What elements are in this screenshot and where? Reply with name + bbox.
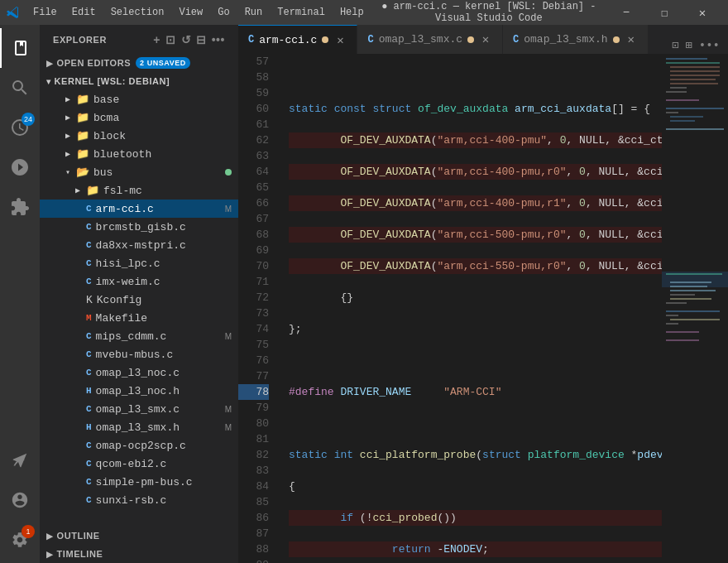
settings-activity-button[interactable]: 1 [0, 520, 40, 560]
window-title: ● arm-cci.c — kernel [WSL: Debian] - Vis… [371, 1, 607, 24]
remote-icon [11, 451, 29, 469]
tab-omap-smx-h[interactable]: C omap_l3_smx.h ✕ [503, 25, 649, 54]
activity-bar: 24 1 [0, 25, 40, 563]
omap-smx-h-badge: M [225, 423, 238, 432]
code-line-60: OF_DEV_AUXDATA("arm,cci-400-pmu,r0", 0, … [289, 164, 662, 180]
tree-item-bcma[interactable]: ▶ 📁 bcma [40, 108, 238, 127]
folder-icon-bus: 📂 [76, 166, 89, 179]
menu-selection[interactable]: Selection [104, 5, 171, 20]
tab-h-icon-omap-smx-h: C [513, 34, 519, 46]
omap-smx-c-badge: M [225, 405, 238, 414]
tree-item-omap-noc-h[interactable]: H omap_l3_noc.h [40, 382, 238, 400]
tab-omap-smx-c[interactable]: C omap_l3_smx.c ✕ [357, 25, 503, 54]
menu-help[interactable]: Help [333, 5, 371, 20]
search-activity-button[interactable] [0, 68, 40, 108]
tree-label-hisi: hisi_lpc.c [96, 257, 160, 270]
tab-close-omap-smx-h[interactable]: ✕ [625, 33, 638, 46]
svg-rect-12 [666, 112, 678, 113]
tree-item-da8xx[interactable]: C da8xx-mstpri.c [40, 236, 238, 254]
explorer-activity-button[interactable] [0, 28, 40, 68]
menu-terminal[interactable]: Terminal [271, 5, 332, 20]
tree-label-imx: imx-weim.c [96, 276, 160, 288]
tree-item-kconfig[interactable]: K Kconfig [40, 291, 238, 309]
tree-item-omap-smx-h[interactable]: H omap_l3_smx.h M [40, 418, 238, 436]
code-content[interactable]: static const struct of_dev_auxdata arm_c… [275, 54, 662, 563]
menu-view[interactable]: View [172, 5, 209, 20]
refresh-icon[interactable]: ↺ [181, 33, 192, 46]
tab-close-arm-cci[interactable]: ✕ [333, 33, 347, 46]
tab-label-omap-smx-h: omap_l3_smx.h [524, 33, 607, 46]
bcma-arrow: ▶ [63, 113, 73, 123]
menu-go[interactable]: Go [211, 5, 236, 20]
account-icon [11, 491, 29, 509]
tree-item-imx[interactable]: C imx-weim.c [40, 272, 238, 291]
sidebar-header-icons: + ⊡ ↺ ⊟ ••• [153, 33, 225, 46]
timeline-section[interactable]: ▶ TIMELINE [40, 545, 238, 563]
tree-item-block[interactable]: ▶ 📁 block [40, 127, 238, 145]
tree-item-fsl-mc[interactable]: ▶ 📁 fsl-mc [40, 181, 238, 200]
tree-item-brcmstb[interactable]: C brcmstb_gisb.c [40, 218, 238, 236]
menu-edit[interactable]: Edit [65, 5, 103, 20]
tree-item-qcom-ebi2[interactable]: C qcom-ebi2.c [40, 455, 238, 473]
minimize-button[interactable]: − [607, 0, 645, 25]
fsl-mc-arrow: ▶ [73, 185, 83, 195]
code-line-67: #define DRIVER_NAME "ARM-CCI" [289, 384, 662, 400]
maximize-button[interactable]: ☐ [645, 0, 683, 25]
tab-arm-cci[interactable]: C arm-cci.c ✕ [238, 25, 357, 54]
tree-label-omap-ocp2scp: omap-ocp2scp.c [96, 440, 186, 452]
new-folder-icon[interactable]: ⊡ [165, 33, 176, 46]
svg-rect-4 [670, 70, 720, 72]
account-activity-button[interactable] [0, 480, 40, 520]
close-button[interactable]: ✕ [683, 0, 721, 25]
code-line-58: static const struct of_dev_auxdata arm_c… [289, 101, 662, 117]
split-editor-icon[interactable]: ⊡ [670, 36, 680, 54]
source-control-activity-button[interactable]: 24 [0, 108, 40, 147]
remote-activity-button[interactable] [0, 440, 40, 480]
bus-arrow: ▾ [63, 167, 73, 177]
code-scroll: 57 58 59 60 61 62 63 64 65 66 67 68 69 7… [238, 54, 662, 563]
tree-item-bluetooth[interactable]: ▶ 📁 bluetooth [40, 145, 238, 163]
svg-rect-11 [666, 108, 724, 109]
tree-item-sunxi-rsb[interactable]: C sunxi-rsb.c [40, 491, 238, 509]
kconfig-icon: K [86, 294, 93, 306]
extensions-activity-button[interactable] [0, 187, 40, 227]
tree-item-mvebu[interactable]: C mvebu-mbus.c [40, 345, 238, 363]
svg-rect-14 [670, 120, 695, 122]
tree-item-makefile[interactable]: M Makefile [40, 309, 238, 327]
menu-file[interactable]: File [26, 5, 64, 20]
tree-item-simple-pm-bus[interactable]: C simple-pm-bus.c [40, 473, 238, 491]
kernel-section[interactable]: ▾ KERNEL [WSL: DEBIAN] [40, 72, 238, 90]
folder-icon-block: 📁 [76, 129, 89, 142]
c-file-icon-imx: C [86, 277, 92, 286]
c-file-icon-mips: C [86, 331, 92, 341]
c-file-icon-omap-noc-c: C [86, 368, 92, 378]
arm-cci-badge: M [225, 205, 238, 214]
tree-item-arm-cci[interactable]: C arm-cci.c M [40, 200, 238, 218]
tree-item-omap-smx-c[interactable]: C omap_l3_smx.c M [40, 400, 238, 418]
tree-item-omap-noc-c[interactable]: C omap_l3_noc.c [40, 363, 238, 382]
svg-rect-15 [666, 128, 724, 130]
tab-close-omap-smx-c[interactable]: ✕ [479, 33, 492, 46]
more-tabs-icon[interactable]: ••• [697, 37, 721, 54]
open-editors-section[interactable]: ▶ OPEN EDITORS 2 UNSAVED [40, 54, 238, 72]
base-arrow: ▶ [63, 94, 73, 104]
tree-item-hisi[interactable]: C hisi_lpc.c [40, 254, 238, 272]
svg-rect-19 [670, 286, 707, 287]
collapse-all-icon[interactable]: ⊟ [196, 33, 207, 46]
tree-item-omap-ocp2scp[interactable]: C omap-ocp2scp.c [40, 436, 238, 455]
sidebar: EXPLORER + ⊡ ↺ ⊟ ••• ▶ OPEN EDITORS 2 UN… [40, 25, 238, 563]
run-debug-activity-button[interactable] [0, 147, 40, 187]
code-line-57 [289, 70, 662, 85]
tree-item-bus[interactable]: ▾ 📂 bus [40, 163, 238, 181]
outline-section[interactable]: ▶ OUTLINE [40, 527, 238, 545]
tree-label-simple-pm-bus: simple-pm-bus.c [96, 476, 193, 488]
tab-label-arm-cci: arm-cci.c [259, 34, 317, 46]
more-actions-icon[interactable]: ••• [212, 33, 225, 46]
tree-item-mips-cdmm[interactable]: C mips_cdmm.c M [40, 327, 238, 345]
svg-rect-28 [666, 331, 699, 333]
editor-layout-icon[interactable]: ⊞ [683, 36, 693, 54]
new-file-icon[interactable]: + [153, 33, 160, 46]
title-bar-left: File Edit Selection View Go Run Terminal… [7, 5, 371, 20]
tree-item-base[interactable]: ▶ 📁 base [40, 90, 238, 108]
menu-run[interactable]: Run [238, 5, 270, 20]
